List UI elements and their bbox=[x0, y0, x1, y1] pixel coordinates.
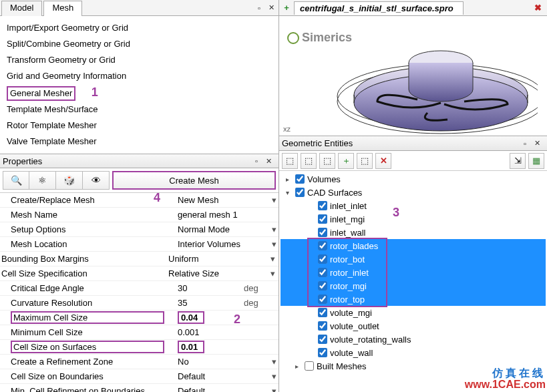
item-checkbox[interactable] bbox=[318, 228, 327, 237]
prop-row-11[interactable]: Create a Refinement ZoneNo▾ bbox=[0, 355, 279, 369]
dropdown-icon[interactable]: ▾ bbox=[268, 268, 277, 278]
prop-value[interactable]: Relative Size bbox=[168, 268, 242, 278]
add-tab-icon[interactable]: + bbox=[279, 3, 294, 13]
tree-item-rotor_blades[interactable]: rotor_blades bbox=[281, 239, 546, 252]
panel-pin-icon[interactable]: ▫ bbox=[254, 3, 264, 13]
prop-row-5[interactable]: Cell Size SpecificationRelative Size▾ bbox=[0, 266, 279, 281]
dropdown-icon[interactable]: ▾ bbox=[268, 254, 277, 264]
tree-item-rotor_bot[interactable]: rotor_bot bbox=[281, 252, 546, 266]
prop-label: Mesh Location bbox=[11, 239, 178, 249]
ge-btn-add[interactable]: ＋ bbox=[338, 153, 354, 169]
ge-btn-5[interactable]: ⬚ bbox=[357, 153, 373, 169]
menu-general-mesher[interactable]: General Mesher 1 bbox=[5, 84, 273, 102]
menu-valve-template[interactable]: Valve Template Mesher bbox=[5, 134, 273, 150]
ge-btn-1[interactable]: ⬚ bbox=[282, 153, 298, 169]
item-checkbox[interactable] bbox=[318, 308, 327, 317]
prop-value[interactable]: Normal Mode bbox=[178, 224, 244, 234]
prop-row-0[interactable]: Create/Replace MeshNew Mesh▾ bbox=[0, 193, 279, 208]
prop-row-13[interactable]: Min. Cell Refinment on BoundariesDefault… bbox=[0, 384, 279, 392]
tree-item-rotor_mgi[interactable]: rotor_mgi bbox=[281, 279, 546, 292]
toolbar-eye-icon[interactable]: 👁 bbox=[83, 171, 110, 190]
prop-row-3[interactable]: Mesh LocationInterior Volumes▾ bbox=[0, 237, 279, 252]
ge-btn-2[interactable]: ⬚ bbox=[301, 153, 317, 169]
tab-model[interactable]: Model bbox=[1, 1, 42, 16]
prop-value[interactable]: Interior Volumes bbox=[178, 239, 244, 249]
ge-pin-icon[interactable]: ▫ bbox=[520, 139, 530, 148]
item-checkbox[interactable] bbox=[318, 348, 327, 357]
ge-close-icon[interactable]: ✕ bbox=[532, 139, 542, 148]
prop-row-9[interactable]: Minimum Cell Size0.001 bbox=[0, 325, 279, 340]
item-checkbox[interactable] bbox=[318, 281, 327, 290]
prop-value[interactable]: general mesh 1 bbox=[178, 210, 244, 220]
item-checkbox[interactable] bbox=[318, 321, 327, 331]
prop-value[interactable]: Default bbox=[178, 371, 244, 381]
menu-import-export[interactable]: Import/Export Geometry or Grid bbox=[5, 20, 273, 36]
file-close-icon[interactable]: ✖ bbox=[529, 3, 547, 13]
prop-row-4[interactable]: Bounding Box MarginsUniform▾ bbox=[0, 252, 279, 266]
tree-item-inlet_wall[interactable]: inlet_wall bbox=[281, 226, 546, 239]
menu-grid-geom-info[interactable]: Grid and Geometry Information bbox=[5, 68, 273, 84]
prop-row-12[interactable]: Cell Size on BoundariesDefault▾ bbox=[0, 369, 279, 384]
dropdown-icon[interactable]: ▾ bbox=[269, 386, 279, 392]
properties-close-icon[interactable]: ✕ bbox=[264, 156, 273, 166]
prop-row-6[interactable]: Critical Edge Angle30deg bbox=[0, 281, 279, 296]
item-checkbox[interactable] bbox=[318, 295, 327, 304]
toolbar-view-icon[interactable]: 🔍 bbox=[3, 171, 29, 190]
prop-row-2[interactable]: Setup OptionsNormal Mode▾ bbox=[0, 222, 279, 237]
dropdown-icon[interactable]: ▾ bbox=[269, 239, 279, 249]
dropdown-icon[interactable]: ▾ bbox=[269, 195, 279, 205]
dropdown-icon[interactable]: ▾ bbox=[269, 357, 279, 367]
menu-transform[interactable]: Transform Geometry or Grid bbox=[5, 52, 273, 68]
ge-btn-cube[interactable]: ▦ bbox=[528, 153, 544, 169]
item-checkbox[interactable] bbox=[318, 201, 327, 210]
properties-pin-icon[interactable]: ▫ bbox=[252, 156, 261, 166]
item-checkbox[interactable] bbox=[318, 268, 327, 277]
prop-value[interactable]: 0.01 bbox=[178, 342, 244, 352]
prop-value[interactable]: 0.001 bbox=[178, 327, 244, 337]
item-checkbox[interactable] bbox=[318, 241, 327, 250]
tab-mesh[interactable]: Mesh bbox=[43, 1, 82, 16]
tree-item-inlet_mgi[interactable]: inlet_mgi bbox=[281, 212, 546, 226]
prop-value[interactable]: No bbox=[178, 357, 244, 367]
tree-item-volute_outlet[interactable]: volute_outlet bbox=[281, 319, 546, 333]
prop-value[interactable]: Uniform bbox=[168, 254, 242, 264]
dropdown-icon[interactable]: ▾ bbox=[269, 224, 279, 234]
menu-rotor-template[interactable]: Rotor Template Mesher bbox=[5, 118, 273, 134]
tree-item-rotor_inlet[interactable]: rotor_inlet bbox=[281, 266, 546, 279]
tree-volumes[interactable]: ▸ Volumes bbox=[281, 172, 546, 186]
tree-item-volute_mgi[interactable]: volute_mgi bbox=[281, 306, 546, 319]
viewport-3d[interactable]: Simerics bbox=[279, 16, 547, 136]
item-checkbox[interactable] bbox=[318, 254, 327, 264]
tree-cad-surfaces[interactable]: ▾ CAD Surfaces bbox=[281, 186, 546, 199]
prop-row-7[interactable]: Curvature Resolution35deg bbox=[0, 296, 279, 311]
prop-value[interactable]: Default bbox=[178, 386, 244, 392]
cad-checkbox[interactable] bbox=[295, 188, 305, 197]
menu-template-mesh[interactable]: Template Mesh/Surface bbox=[5, 102, 273, 118]
item-checkbox[interactable] bbox=[318, 214, 327, 224]
file-tab[interactable]: centrifugal_s_initial_stl_surface.spro bbox=[294, 1, 464, 15]
prop-value[interactable]: 35 bbox=[178, 298, 244, 308]
prop-value[interactable]: 30 bbox=[178, 283, 244, 293]
dropdown-icon[interactable]: ▾ bbox=[269, 371, 279, 381]
item-checkbox[interactable] bbox=[318, 335, 327, 344]
volumes-checkbox[interactable] bbox=[295, 174, 305, 184]
tree-built-meshes[interactable]: ▸ Built Meshes bbox=[281, 359, 546, 373]
ge-btn-collapse[interactable]: ⇲ bbox=[510, 153, 526, 169]
tree-item-inlet_inlet[interactable]: inlet_inlet bbox=[281, 199, 546, 212]
prop-row-10[interactable]: Cell Size on Surfaces0.01 bbox=[0, 340, 279, 355]
prop-label: Create/Replace Mesh bbox=[11, 195, 178, 205]
tree-item-rotor_top[interactable]: rotor_top bbox=[281, 292, 546, 306]
tree-item-volute_rotating_walls[interactable]: volute_rotating_walls bbox=[281, 333, 546, 346]
panel-close-icon[interactable]: ✕ bbox=[266, 3, 276, 13]
tree-item-volute_wall[interactable]: volute_wall bbox=[281, 346, 546, 359]
toolbar-atom-icon[interactable]: ⚛ bbox=[29, 171, 56, 190]
toolbar-cube-icon[interactable]: 🎲 bbox=[56, 171, 83, 190]
prop-row-1[interactable]: Mesh Namegeneral mesh 1 bbox=[0, 208, 279, 222]
ge-btn-3[interactable]: ⬚ bbox=[319, 153, 335, 169]
entity-tree[interactable]: ▸ Volumes ▾ CAD Surfaces inlet_inletinle… bbox=[279, 171, 547, 392]
ge-btn-delete[interactable]: ✕ bbox=[375, 153, 391, 169]
built-checkbox[interactable] bbox=[305, 361, 314, 371]
create-mesh-button[interactable]: Create Mesh bbox=[112, 171, 276, 190]
prop-value[interactable]: New Mesh bbox=[178, 195, 244, 205]
menu-split-combine[interactable]: Split/Combine Geometry or Grid bbox=[5, 36, 273, 52]
